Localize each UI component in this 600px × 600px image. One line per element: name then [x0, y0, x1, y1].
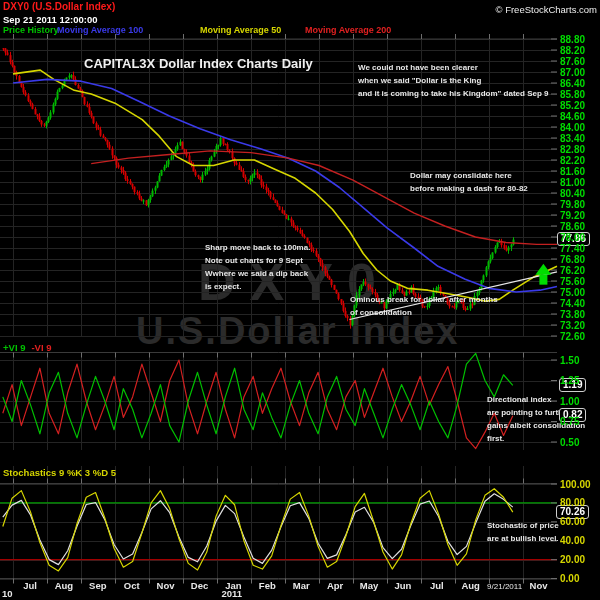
x-axis-month-label: Nov [522, 580, 556, 591]
y-axis-tick-label: 87.00 [560, 67, 585, 78]
y-axis-tick-label: 74.40 [560, 298, 585, 309]
chart-annotation-title: CAPITAL3X Dollar Index Charts Daily [84, 56, 313, 71]
y-axis-tick-label: 83.40 [560, 133, 585, 144]
y-axis-tick-label: 75.00 [560, 287, 585, 298]
y-axis-tick-label: 76.20 [560, 265, 585, 276]
x-axis-month-label: May [352, 580, 386, 591]
y-axis-tick-label: 80.00 [560, 497, 585, 508]
x-axis-month-label: Nov [149, 580, 183, 591]
indicator-legend: Price HistoryMoving Average 100Moving Av… [0, 25, 600, 37]
x-axis-month-label: Jul [13, 580, 47, 591]
stochastics-pane-label: Stochastics 9 %K 3 %D 5 [3, 467, 116, 478]
y-axis-tick-label: 88.80 [560, 34, 585, 45]
y-axis-tick-label: 100.00 [560, 479, 591, 490]
y-axis-tick-label: 78.60 [560, 221, 585, 232]
y-axis-tick-label: 0.75 [560, 416, 579, 427]
annotation-stochastic-level: Stochastic of price are at bullish level… [487, 519, 559, 545]
annotation-sharp-move: Sharp move back to 100ma. Note out chart… [205, 241, 310, 293]
y-axis-tick-label: 79.20 [560, 210, 585, 221]
y-axis-tick-label: 87.60 [560, 56, 585, 67]
y-axis-tick-label: 20.00 [560, 554, 585, 565]
y-axis-tick-label: 78.00 [560, 232, 585, 243]
legend-item-moving-average-200[interactable]: Moving Average 200 [305, 25, 391, 35]
y-axis-tick-label: 84.60 [560, 111, 585, 122]
y-axis-tick-label: 1.50 [560, 355, 579, 366]
y-axis-tick-label: 85.80 [560, 89, 585, 100]
year-label: 2011 [221, 588, 242, 599]
quote-datetime: Sep 21 2011 12:00:00 [3, 14, 98, 25]
y-axis-tick-label: 73.20 [560, 320, 585, 331]
x-axis-month-label: Jun [386, 580, 420, 591]
y-axis-tick-label: 73.80 [560, 309, 585, 320]
y-axis-tick-label: 86.40 [560, 78, 585, 89]
y-axis-tick-label: 0.00 [560, 573, 579, 584]
y-axis-tick-label: 77.40 [560, 243, 585, 254]
y-axis-tick-label: 1.00 [560, 396, 579, 407]
legend-item-moving-average-50[interactable]: Moving Average 50 [200, 25, 281, 35]
x-axis-month-label: Mar [284, 580, 318, 591]
symbol-title: DXY0 (U.S.Dollar Index) [3, 1, 115, 12]
y-axis-tick-label: 1.25 [560, 375, 579, 386]
x-axis-month-label: Aug [47, 580, 81, 591]
x-axis-month-label: Oct [115, 580, 149, 591]
vi-plus-label: +VI 9 [3, 342, 25, 353]
y-axis-tick-label: 80.40 [560, 188, 585, 199]
left-year-label: 10 [2, 588, 13, 599]
x-axis-month-label: Feb [250, 580, 284, 591]
y-axis-tick-label: 85.20 [560, 100, 585, 111]
y-axis-tick-label: 82.80 [560, 144, 585, 155]
y-axis-tick-label: 81.00 [560, 177, 585, 188]
vi-minus-label: -VI 9 [31, 342, 51, 353]
annotation-ominous-break: Ominous break for dollar. after months o… [350, 293, 498, 319]
legend-item-moving-average-100[interactable]: Moving Average 100 [57, 25, 143, 35]
x-axis-month-label: Dec [183, 580, 217, 591]
y-axis-tick-label: 84.00 [560, 122, 585, 133]
y-axis-tick-label: 40.00 [560, 535, 585, 546]
annotation-consolidate: Dollar may conslidate here before making… [410, 169, 528, 195]
y-axis-tick-label: 0.50 [560, 437, 579, 448]
y-axis-tick-label: 60.00 [560, 516, 585, 527]
chart-app: DXY0 U.S.Dollar Index DXY0 (U.S.Dollar I… [0, 0, 600, 600]
y-axis-tick-label: 81.60 [560, 166, 585, 177]
vi-pane-label: +VI 9-VI 9 [3, 342, 52, 353]
annotation-king: We could not have been clearer when we s… [358, 61, 548, 100]
y-axis-tick-label: 82.20 [560, 155, 585, 166]
copyright-label: © FreeStockCharts.com [496, 4, 598, 15]
y-axis-tick-label: 72.60 [560, 331, 585, 342]
x-axis-month-label: Apr [318, 580, 352, 591]
y-axis-tick-label: 88.20 [560, 45, 585, 56]
y-axis-tick-label: 79.80 [560, 199, 585, 210]
x-axis-month-label: Sep [81, 580, 115, 591]
y-axis-tick-label: 76.80 [560, 254, 585, 265]
x-axis-month-label: Jul [420, 580, 454, 591]
y-axis-tick-label: 75.60 [560, 276, 585, 287]
legend-item-price-history[interactable]: Price History [3, 25, 59, 35]
